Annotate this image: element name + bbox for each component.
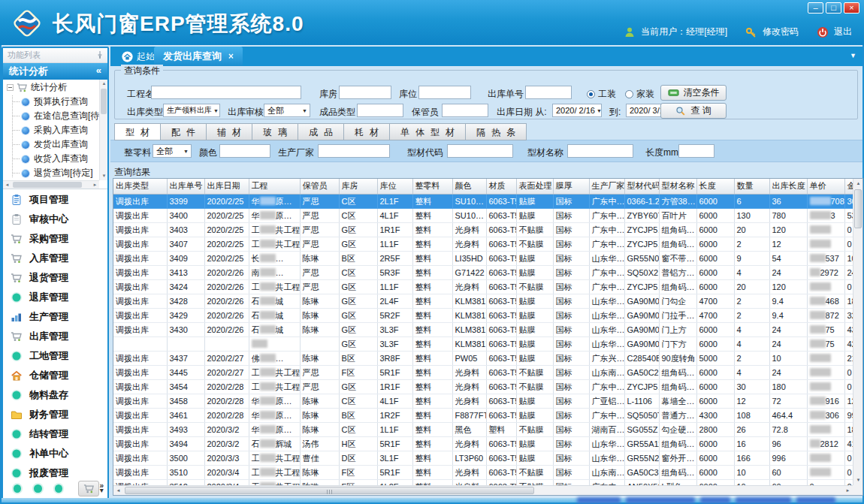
- table-row[interactable]: 调拨出库34302020/2/26石城陈琳G区3L3F整料KLM38176063…: [113, 322, 853, 337]
- close-button[interactable]: ×: [844, 2, 859, 14]
- sidebar-overflow-button[interactable]: »▾: [99, 484, 104, 493]
- sidebar-item-入库管理[interactable]: 入库管理: [3, 249, 107, 268]
- column-header-生产厂家[interactable]: 生产厂家: [589, 179, 624, 194]
- tab-shipping-outbound-query[interactable]: 发货出库查询 ×: [154, 47, 243, 66]
- pin-icon[interactable]: [95, 50, 104, 59]
- column-header-出库类型[interactable]: 出库类型: [113, 179, 167, 194]
- material-tab-玻璃[interactable]: 玻璃: [252, 123, 298, 140]
- tree-item-在途信息查询[待[interactable]: 在途信息查询[待: [3, 109, 99, 123]
- grid-horizontal-scrollbar[interactable]: ◄ ►: [113, 485, 853, 495]
- table-row[interactable]: 调拨出库34612020/2/28华原…陈琳B区1R2F整料F8877FT606…: [113, 408, 853, 422]
- outbound-type-select[interactable]: 生产领料出库▼: [163, 104, 220, 117]
- table-row[interactable]: 调拨出库34582020/2/28华原…陈琳C区4L1F整料光身料6063-T5…: [113, 394, 853, 408]
- table-row[interactable]: 调拨出库33992020/2/25华原…严思C区2L1F整料SU10…6063-…: [113, 194, 853, 208]
- module-dot-icon[interactable]: [55, 484, 62, 493]
- material-tab-配件[interactable]: 配件: [161, 123, 207, 140]
- column-header-材质[interactable]: 材质: [486, 179, 516, 194]
- maximize-button[interactable]: □: [826, 2, 841, 14]
- tree-item-发货出库查询[interactable]: 发货出库查询: [3, 137, 99, 152]
- profile-code-input[interactable]: [447, 144, 513, 158]
- clear-conditions-button[interactable]: 清空条件: [660, 85, 727, 101]
- column-header-库房[interactable]: 库房: [339, 179, 377, 194]
- scroll-down-icon[interactable]: ▼: [853, 475, 863, 485]
- material-tab-耗材[interactable]: 耗材: [344, 123, 390, 140]
- keeper-input[interactable]: [442, 104, 488, 117]
- sidebar-item-工地管理[interactable]: 工地管理: [3, 346, 107, 366]
- table-row[interactable]: 调拨出库34132020/2/26南…严思C区5R3F整料G714226063-…: [113, 265, 853, 279]
- column-header-型材名称[interactable]: 型材名称: [659, 179, 696, 194]
- color-input[interactable]: [219, 144, 270, 158]
- sidebar-item-补单中心[interactable]: 补单中心: [3, 444, 107, 463]
- grid-hscroll-thumb[interactable]: [125, 487, 534, 494]
- location-input[interactable]: [418, 86, 471, 99]
- material-tab-辅材[interactable]: 辅材: [207, 123, 252, 140]
- column-header-出库长度[interactable]: 出库长度: [769, 179, 807, 194]
- material-tab-单体型材[interactable]: 单体型材: [390, 123, 466, 140]
- sidebar-item-采购管理[interactable]: 采购管理: [3, 229, 107, 249]
- sidebar-item-审核中心[interactable]: 审核中心: [3, 210, 107, 229]
- warehouse-input[interactable]: [339, 86, 391, 99]
- tree-vscroll-thumb[interactable]: [101, 89, 107, 114]
- table-row[interactable]: 调拨出库34032020/2/25工共工程严思G区1R1F整料光身料6063-T…: [113, 222, 853, 237]
- table-row[interactable]: 调拨出库34092020/2/25长…陈琳B区2R5F整料LI35HD6063-…: [113, 251, 853, 265]
- scroll-up-icon[interactable]: ▲: [100, 80, 107, 88]
- sidebar-section-header[interactable]: 统计分析 «: [3, 63, 107, 80]
- table-row[interactable]: 调拨出库34072020/2/25工共工程严思G区1L1F整料光身料6063-T…: [113, 237, 853, 251]
- sidebar-item-生产管理[interactable]: 生产管理: [3, 307, 107, 327]
- order-no-input[interactable]: [525, 86, 572, 99]
- column-header-工程[interactable]: 工程: [249, 179, 300, 194]
- table-row[interactable]: 调拨出库34542020/2/28工共工程严思G区1R1F整料光身料6063-T…: [113, 379, 853, 394]
- work-install-radio[interactable]: 工装: [587, 88, 616, 101]
- tree-item-退货查询[待定][interactable]: 退货查询[待定]: [3, 166, 99, 180]
- manufacturer-input[interactable]: [318, 144, 390, 158]
- tab-close-icon[interactable]: ×: [228, 51, 234, 62]
- column-header-整零料[interactable]: 整零料: [412, 179, 452, 194]
- scroll-left-icon[interactable]: ◄: [3, 181, 11, 189]
- sidebar-item-退货管理[interactable]: 退货管理: [3, 268, 107, 288]
- cart-module-button[interactable]: [78, 481, 99, 496]
- outbound-audit-select[interactable]: 全部▼: [264, 104, 310, 117]
- scroll-right-icon[interactable]: ►: [843, 486, 853, 496]
- tree-item-采购入库查询[interactable]: 采购入库查询: [3, 123, 99, 137]
- sidebar-item-财务管理[interactable]: 财务管理: [3, 405, 107, 424]
- column-header-长度[interactable]: 长度: [696, 179, 734, 194]
- material-tab-型材[interactable]: 型材: [114, 123, 161, 140]
- scroll-up-icon[interactable]: ▲: [853, 179, 863, 189]
- table-row[interactable]: 调拨出库34452020/2/27工共工程严思F区5R1F整料光身料6063-T…: [113, 365, 853, 379]
- table-row[interactable]: 调拨出库34002020/2/25华原…严思C区4L1F整料SU10…6063-…: [113, 208, 853, 222]
- tree-hscroll-thumb[interactable]: [13, 182, 82, 188]
- collapse-icon[interactable]: «: [96, 62, 101, 79]
- table-row[interactable]: 调拨出库34242020/2/26工共工程严思G区1L1F整料光身料6063-T…: [113, 279, 853, 294]
- column-header-颜色[interactable]: 颜色: [452, 179, 486, 194]
- scroll-left-icon[interactable]: ◄: [113, 486, 123, 496]
- module-dot-icon[interactable]: [34, 484, 41, 493]
- column-header-数量[interactable]: 数量: [734, 179, 769, 194]
- scroll-down-icon[interactable]: ▼: [100, 172, 107, 180]
- tree-vertical-scrollbar[interactable]: ▲ ▼: [99, 80, 107, 180]
- tree-expand-icon[interactable]: [7, 84, 14, 91]
- column-header-膜厚[interactable]: 膜厚: [553, 179, 589, 194]
- project-name-input[interactable]: [151, 86, 301, 99]
- table-row[interactable]: 调拨出库35102020/3/4工共工程陈琳F区5R1F整料光身料6063-T5…: [113, 465, 853, 479]
- product-type-input[interactable]: [357, 104, 403, 117]
- table-row[interactable]: 调拨出库34932020/3/2华原…陈琳C区1L1F整料黑色塑料不贴膜国标湖南…: [113, 422, 853, 436]
- sidebar-item-项目管理[interactable]: 项目管理: [3, 190, 107, 210]
- column-header-库位[interactable]: 库位: [377, 179, 412, 194]
- table-row[interactable]: 调拨出库34942020/3/2石辉城汤伟H区5R1F整料光身料6063-T5贴…: [113, 436, 853, 451]
- column-header-单价[interactable]: 单价: [807, 179, 844, 194]
- sidebar-item-退库管理[interactable]: 退库管理: [3, 288, 107, 307]
- tree-item-预算执行查询[interactable]: 预算执行查询: [3, 95, 99, 109]
- length-input[interactable]: [678, 144, 714, 158]
- column-header-型材代码[interactable]: 型材代码: [624, 179, 659, 194]
- change-password-link[interactable]: 修改密码: [763, 26, 799, 38]
- column-header-表面处理[interactable]: 表面处理: [516, 179, 553, 194]
- sidebar-item-物料盘存[interactable]: 物料盘存: [3, 385, 107, 405]
- sidebar-item-仓储管理[interactable]: 仓储管理: [3, 366, 107, 385]
- tabbar-dropdown-icon[interactable]: ▼: [850, 52, 856, 59]
- search-button[interactable]: 查 询: [660, 103, 727, 119]
- grid-vertical-scrollbar[interactable]: ▲ ▼: [853, 179, 862, 485]
- material-tab-隔热条[interactable]: 隔热条: [466, 123, 527, 140]
- whole-piece-select[interactable]: 全部▼: [153, 144, 192, 158]
- grid-vscroll-thumb[interactable]: [854, 189, 862, 228]
- table-row[interactable]: 调拨出库34282020/2/26石城陈琳G区2L4F整料KLM38176063…: [113, 294, 853, 308]
